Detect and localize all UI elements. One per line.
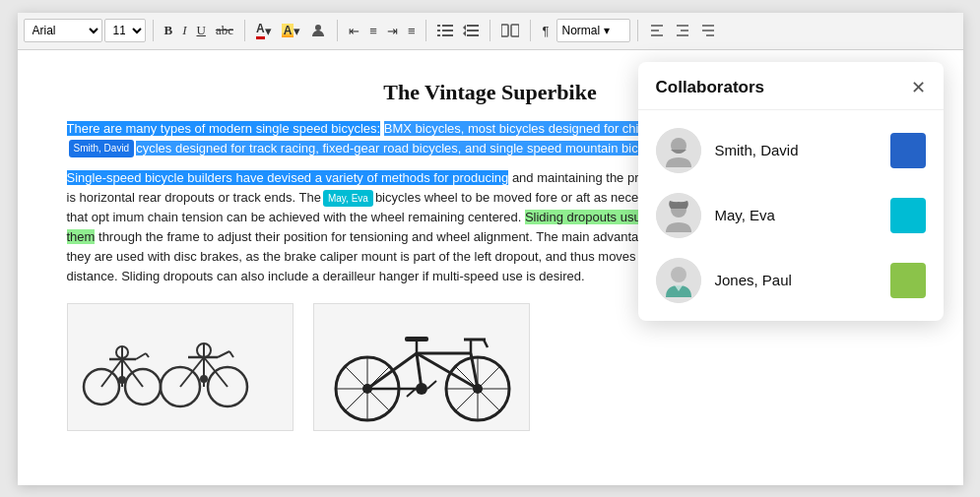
svg-line-32 [146, 353, 149, 357]
svg-rect-1 [437, 25, 440, 27]
svg-rect-2 [442, 25, 453, 27]
style-label: Normal [561, 24, 600, 37]
collab-name-jones: Jones, Paul [715, 272, 877, 288]
divider5 [490, 20, 490, 41]
divider6 [530, 20, 531, 41]
align-center-button[interactable]: ≡ [365, 19, 381, 42]
indent-group [497, 19, 523, 42]
svg-rect-62 [405, 337, 428, 342]
bike-single-svg [318, 308, 525, 426]
svg-rect-8 [467, 30, 479, 31]
divider7 [637, 20, 638, 41]
collab-item-may: May, Eva [638, 183, 944, 248]
svg-point-33 [118, 376, 126, 384]
may-tag: May, Eva [323, 190, 373, 208]
svg-rect-7 [467, 25, 479, 27]
svg-point-76 [671, 267, 686, 282]
para2-highlight: Single-speed bicycle builders have devis… [67, 170, 509, 185]
list-group [433, 19, 483, 42]
doc-area: The Vintage Superbike There are many typ… [18, 50, 963, 485]
columns-button[interactable] [497, 19, 523, 42]
collab-color-smith [890, 133, 926, 168]
image-right [313, 303, 530, 431]
strikethrough-button[interactable]: abc [212, 19, 237, 42]
bikes-three-svg [72, 308, 289, 426]
collab-header: Collaborators ✕ [638, 62, 944, 110]
font-select[interactable]: Arial [24, 19, 102, 42]
list-bullet-button[interactable] [433, 19, 457, 42]
extra-btn1[interactable] [645, 19, 669, 42]
svg-point-0 [315, 25, 321, 31]
svg-line-43 [229, 351, 233, 357]
collab-list: Smith, David M [638, 110, 944, 321]
svg-line-42 [218, 351, 229, 357]
smith-tag: Smith, David [69, 140, 135, 157]
highlight-text-3: cycles designed for track racing, fixed-… [136, 141, 671, 155]
collab-item-smith: Smith, David [638, 118, 944, 183]
svg-rect-9 [467, 34, 479, 36]
align-right-button[interactable]: ⇥ [383, 19, 402, 42]
align-left-button[interactable]: ⇤ [345, 19, 363, 42]
extra-group [645, 19, 720, 42]
svg-marker-10 [463, 25, 466, 31]
highlight-text-1: There are many types of modern single sp… [67, 121, 381, 136]
italic-button[interactable]: I [178, 19, 190, 42]
insert-person-button[interactable] [306, 19, 330, 42]
format-group: B I U abc [161, 19, 237, 42]
collab-name-smith: Smith, David [715, 142, 877, 158]
collab-close-button[interactable]: ✕ [911, 79, 926, 96]
svg-marker-11 [463, 31, 466, 36]
toolbar: Arial 11 B I U abc A▾ A▾ ⇤ [18, 13, 963, 50]
divider3 [337, 20, 338, 41]
app-container: Arial 11 B I U abc A▾ A▾ ⇤ [18, 13, 963, 485]
style-dropdown[interactable]: Normal ▾ [556, 19, 630, 42]
bold-button[interactable]: B [161, 19, 177, 42]
image-left [67, 303, 294, 431]
collab-item-jones: Jones, Paul [638, 248, 944, 313]
underline-button[interactable]: U [193, 19, 210, 42]
font-group: Arial 11 [24, 19, 146, 42]
collab-color-jones [890, 263, 926, 298]
style-dropdown-arrow: ▾ [604, 24, 610, 37]
svg-rect-4 [442, 30, 453, 31]
avatar-smith [656, 128, 701, 173]
extra-btn3[interactable] [696, 19, 720, 42]
images-row [67, 303, 914, 431]
align-group: ⇤ ≡ ⇥ ≡ [345, 19, 419, 42]
collab-panel-title: Collaborators [656, 78, 765, 97]
svg-point-68 [416, 383, 427, 395]
divider4 [425, 20, 426, 41]
divider1 [153, 20, 154, 41]
collab-name-may: May, Eva [715, 207, 877, 223]
list-spacing-button[interactable] [459, 19, 483, 42]
align-justify-button[interactable]: ≡ [404, 19, 420, 42]
svg-point-44 [200, 375, 208, 383]
svg-line-70 [427, 381, 436, 389]
highlight-button[interactable]: A▾ [278, 19, 305, 42]
size-select[interactable]: 11 [104, 19, 146, 42]
svg-rect-6 [442, 34, 453, 36]
svg-rect-5 [437, 34, 440, 36]
svg-line-31 [136, 353, 146, 359]
divider2 [244, 20, 245, 41]
svg-rect-13 [511, 25, 519, 36]
font-color-button[interactable]: A▾ [252, 19, 276, 42]
collab-color-may [890, 198, 926, 233]
collaborators-panel: Collaborators ✕ [638, 62, 944, 321]
svg-rect-3 [437, 30, 440, 31]
extra-btn2[interactable] [671, 19, 694, 42]
avatar-jones [656, 258, 701, 303]
paragraph-mark-button[interactable]: ¶ [538, 19, 553, 42]
color-group: A▾ A▾ [252, 19, 330, 42]
avatar-may [656, 193, 701, 238]
svg-rect-12 [501, 25, 508, 36]
